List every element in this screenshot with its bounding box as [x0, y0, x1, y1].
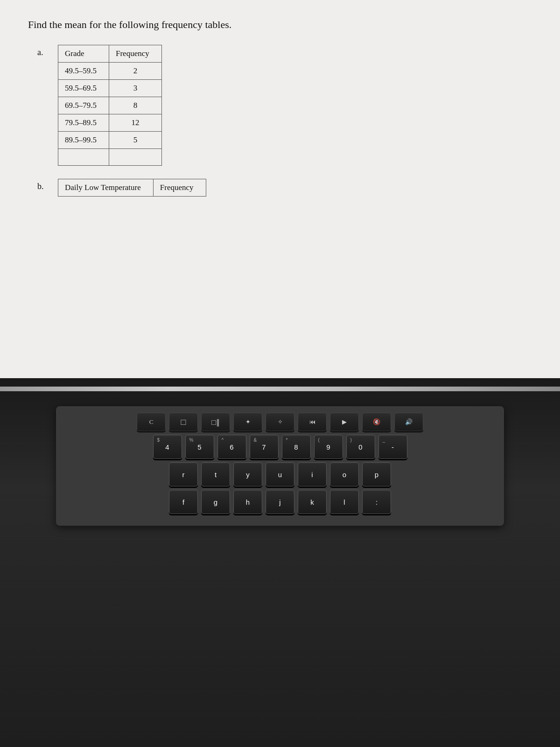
keyboard-top-strip — [0, 387, 560, 391]
document-area: Find the mean for the following frequenc… — [0, 0, 560, 378]
key-l[interactable]: l — [330, 490, 359, 514]
key-u[interactable]: u — [266, 462, 294, 486]
key-colon[interactable]: : — [362, 490, 391, 514]
col-grade-header: Grade — [58, 45, 109, 63]
problem-b-label: b. — [37, 182, 50, 191]
table-row: 59.5–69.5 — [58, 80, 109, 97]
key-brightness-up[interactable]: ✧ — [266, 413, 294, 431]
table-row: 89.5–99.5 — [58, 132, 109, 149]
key-c[interactable]: C — [137, 413, 166, 431]
fn-key-row: C □ □∥ ✦ ✧ ⏮ ▶ 🔇 🔊 — [64, 413, 496, 431]
key-8[interactable]: *8 — [282, 435, 311, 459]
key-7[interactable]: &7 — [250, 435, 279, 459]
table-row: 79.5–89.5 — [58, 114, 109, 132]
key-r[interactable]: r — [169, 462, 198, 486]
table-row: 2 — [109, 63, 162, 80]
key-9[interactable]: (9 — [314, 435, 343, 459]
key-j[interactable]: j — [266, 490, 294, 514]
key-t[interactable]: t — [201, 462, 230, 486]
table-row: 12 — [109, 114, 162, 132]
col-frequency-header: Frequency — [109, 45, 162, 63]
key-rewind[interactable]: ⏮ — [298, 413, 327, 431]
key-5[interactable]: %5 — [185, 435, 214, 459]
keyboard-area: C □ □∥ ✦ ✧ ⏮ ▶ 🔇 🔊 $4 %5 ^6 &7 — [0, 378, 560, 747]
table-row — [109, 149, 162, 166]
key-k[interactable]: k — [298, 490, 327, 514]
f-key-row: f g h j k l : — [64, 490, 496, 514]
key-0[interactable]: )0 — [346, 435, 375, 459]
key-volume[interactable]: 🔊 — [394, 413, 423, 431]
key-y[interactable]: y — [233, 462, 262, 486]
problem-a-label: a. — [37, 48, 50, 57]
problems-container: a. Grade Frequency 49.5–59.5259.5–69.536… — [28, 45, 532, 197]
keyboard-bezel: C □ □∥ ✦ ✧ ⏮ ▶ 🔇 🔊 $4 %5 ^6 &7 — [56, 406, 504, 526]
table-row: 5 — [109, 132, 162, 149]
table-row: 69.5–79.5 — [58, 97, 109, 114]
table-b: Daily Low Temperature Frequency — [58, 179, 206, 197]
col-freq-b-header: Frequency — [153, 179, 206, 197]
key-6[interactable]: ^6 — [217, 435, 246, 459]
key-f[interactable]: f — [169, 490, 198, 514]
r-key-row: r t y u i o p — [64, 462, 496, 486]
problem-b-row: b. Daily Low Temperature Frequency — [37, 179, 532, 197]
key-g[interactable]: g — [201, 490, 230, 514]
key-p[interactable]: p — [362, 462, 391, 486]
instruction-text: Find the mean for the following frequenc… — [28, 19, 532, 31]
key-i[interactable]: i — [298, 462, 327, 486]
key-play[interactable]: ▶ — [330, 413, 359, 431]
number-key-row: $4 %5 ^6 &7 *8 (9 )0 _- — [64, 435, 496, 459]
table-row: 49.5–59.5 — [58, 63, 109, 80]
key-screen[interactable]: □ — [169, 413, 198, 431]
key-brightness-down[interactable]: ✦ — [233, 413, 262, 431]
col-temp-header: Daily Low Temperature — [58, 179, 154, 197]
key-h[interactable]: h — [233, 490, 262, 514]
key-split-screen[interactable]: □∥ — [201, 413, 230, 431]
key-o[interactable]: o — [330, 462, 359, 486]
key-mute[interactable]: 🔇 — [362, 413, 391, 431]
table-row: 8 — [109, 97, 162, 114]
problem-a-row: a. Grade Frequency 49.5–59.5259.5–69.536… — [37, 45, 532, 166]
table-a: Grade Frequency 49.5–59.5259.5–69.5369.5… — [58, 45, 162, 166]
table-row — [58, 149, 109, 166]
key-minus[interactable]: _- — [378, 435, 407, 459]
key-4[interactable]: $4 — [153, 435, 182, 459]
table-row: 3 — [109, 80, 162, 97]
